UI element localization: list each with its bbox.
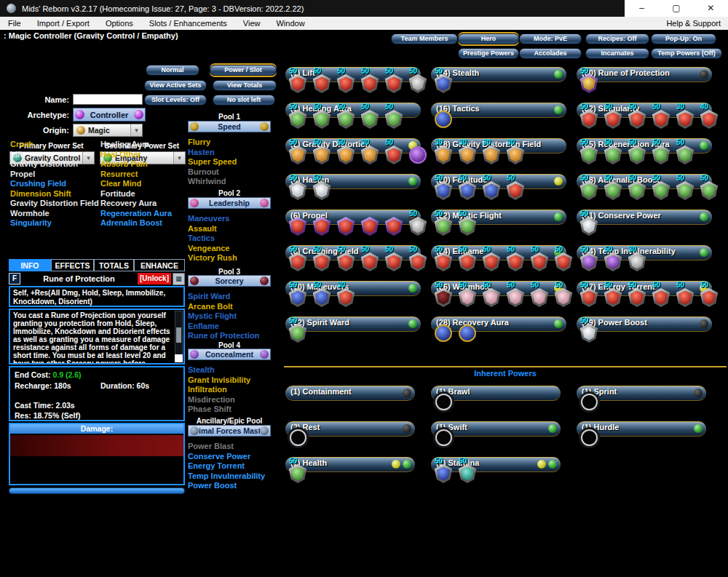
enhancement-slot[interactable]: 50 bbox=[628, 181, 646, 200]
enhancement-slot[interactable]: 50 bbox=[579, 288, 598, 307]
enhancement-slot[interactable]: 50 bbox=[530, 252, 549, 271]
enhancement-slot[interactable]: 50 bbox=[384, 74, 403, 93]
enhancement-slot[interactable]: 50 bbox=[579, 252, 598, 271]
power-bar-20-fortitude[interactable]: (20) Fortitude50505050 bbox=[431, 174, 566, 189]
pool-power-super-speed[interactable]: Super Speed bbox=[188, 157, 237, 166]
enhancement-slot[interactable]: 50 bbox=[288, 146, 307, 164]
power-list-item-crushing-field[interactable]: Crushing Field bbox=[10, 179, 66, 188]
enhancement-slot[interactable]: 50 bbox=[628, 110, 646, 129]
enhancement-slot[interactable]: 50 bbox=[604, 288, 622, 307]
enhancement-slot[interactable]: 50 bbox=[604, 252, 622, 271]
enhancement-slot[interactable]: 50 bbox=[700, 288, 719, 307]
power-list-item-gravity-distortion[interactable]: Gravity Distortion bbox=[10, 159, 78, 168]
enhancement-slot[interactable] bbox=[434, 393, 453, 412]
enhancement-slot[interactable]: 30 bbox=[434, 146, 453, 164]
enhancement-slot[interactable]: 50 bbox=[408, 252, 427, 271]
enhancement-slot[interactable]: 50 bbox=[482, 288, 501, 307]
top-button-mode-pve[interactable]: Mode: PvE bbox=[519, 33, 582, 44]
power-list-item-clear-mind[interactable]: Clear Mind bbox=[100, 179, 141, 188]
enhancement-slot[interactable]: 50 bbox=[652, 146, 670, 164]
menu-item-view[interactable]: View bbox=[235, 19, 269, 28]
power-bar-1-healing-aura[interactable]: (1) Healing Aura5050505050 bbox=[285, 103, 421, 118]
pool-power-hasten[interactable]: Hasten bbox=[188, 148, 215, 156]
power-bar-1-lift[interactable]: (1) Lift505050505050 bbox=[285, 67, 421, 82]
pool-power-misdirection[interactable]: Misdirection bbox=[188, 395, 235, 404]
enhancement-slot[interactable]: 50 bbox=[360, 252, 379, 271]
enhancement-slot[interactable]: 50 bbox=[628, 288, 646, 307]
menu-item-file[interactable]: File bbox=[0, 19, 29, 28]
enhancement-slot[interactable]: 50 bbox=[434, 288, 453, 307]
enhancement-slot[interactable]: 50 bbox=[312, 146, 331, 164]
enhancement-slot[interactable]: 40 bbox=[700, 110, 719, 129]
power-bar-4-hasten[interactable]: (4) Hasten5050 bbox=[285, 174, 421, 189]
unlock-button[interactable]: [Unlock] bbox=[138, 273, 171, 284]
power-bar-1-containment[interactable]: (1) Containment bbox=[285, 386, 415, 401]
pool-power-enflame[interactable]: Enflame bbox=[188, 322, 219, 330]
enhancement-slot[interactable]: 50 bbox=[506, 181, 525, 200]
enhancement-slot[interactable]: 30 bbox=[458, 146, 477, 164]
enhancement-slot[interactable]: 50 bbox=[434, 74, 453, 93]
tab-enhance[interactable]: ENHANCE bbox=[134, 259, 185, 271]
pool-power-rune-of-protection[interactable]: Rune of Protection bbox=[188, 331, 259, 340]
pool-power-temp-invulnerability[interactable]: Temp Invulnerability bbox=[188, 471, 265, 480]
pool-power-stealth[interactable]: Stealth bbox=[188, 365, 215, 374]
enhancement-slot[interactable]: 50 bbox=[336, 252, 355, 271]
pool-power-power-blast[interactable]: Power Blast bbox=[188, 442, 234, 450]
enhancement-slot[interactable]: 50 bbox=[652, 110, 670, 129]
power-bar-1-brawl[interactable]: (1) Brawl bbox=[431, 386, 561, 401]
pool-power-spirit-ward[interactable]: Spirit Ward bbox=[188, 292, 230, 301]
top-button-team-members[interactable]: Team Members bbox=[391, 33, 458, 44]
tab-totals[interactable]: TOTALS bbox=[94, 259, 134, 271]
pool-power-mystic-flight[interactable]: Mystic Flight bbox=[188, 311, 237, 320]
menu-item-slots-enhancements[interactable]: Slots / Enhancements bbox=[141, 19, 235, 28]
enhancement-slot[interactable] bbox=[360, 217, 379, 236]
enhancement-slot[interactable]: 50 bbox=[408, 217, 427, 236]
close-button[interactable]: ✕ bbox=[694, 0, 728, 17]
enhancement-slot[interactable] bbox=[434, 324, 453, 343]
maximize-button[interactable]: ▢ bbox=[659, 0, 693, 17]
power-bar-1-sprint[interactable]: (1) Sprint bbox=[577, 386, 706, 401]
power-list-item-propel[interactable]: Propel bbox=[10, 170, 35, 178]
pool-header-sorcery[interactable]: Sorcery bbox=[188, 275, 271, 287]
enhancement-slot[interactable]: 50 bbox=[604, 181, 622, 200]
enhancement-slot[interactable]: 50 bbox=[288, 288, 307, 307]
view-button-slot-levels-off[interactable]: Slot Levels: Off bbox=[144, 95, 207, 106]
power-list-item-crush[interactable]: Crush bbox=[10, 140, 33, 148]
enhancement-slot[interactable]: 50 bbox=[506, 252, 525, 271]
pool-power-grant-invisibility[interactable]: Grant Invisibility bbox=[188, 375, 250, 384]
power-bar-16-tactics[interactable]: (16) Tactics bbox=[431, 103, 566, 118]
view-button-view-active-sets[interactable]: View Active Sets bbox=[144, 80, 207, 91]
pool-power-arcane-bolt[interactable]: Arcane Bolt bbox=[188, 302, 233, 311]
enhancement-slot[interactable]: 50 bbox=[458, 181, 477, 200]
enhancement-slot[interactable]: 50 bbox=[676, 288, 695, 307]
pool-power-flurry[interactable]: Flurry bbox=[188, 138, 210, 146]
enhancement-slot[interactable]: 30 bbox=[360, 146, 379, 164]
enhancement-slot[interactable]: 50 bbox=[336, 146, 355, 164]
enhancement-slot[interactable]: 50 bbox=[579, 181, 598, 200]
enhancement-slot[interactable]: 50 bbox=[506, 288, 525, 307]
top-button-prestige-powers[interactable]: Prestige Powers bbox=[458, 48, 519, 59]
power-bar-1-swift[interactable]: (1) Swift bbox=[431, 421, 561, 437]
enhancement-slot[interactable]: 50 bbox=[288, 110, 307, 129]
power-bar-35-regeneration-aura[interactable]: (35) Regeneration Aura5050505050 bbox=[577, 138, 712, 154]
enhancement-slot[interactable]: 50 bbox=[288, 181, 307, 200]
power-bar-1-health[interactable]: (1) Health50 bbox=[285, 457, 415, 472]
enhancement-slot[interactable] bbox=[579, 393, 598, 412]
power-list-item-resurrect[interactable]: Resurrect bbox=[100, 170, 138, 178]
description-scrollbar[interactable] bbox=[175, 311, 183, 362]
power-list-item-fortitude[interactable]: Fortitude bbox=[100, 189, 135, 198]
enhancement-slot[interactable]: 50 bbox=[458, 464, 477, 483]
enhancement-slot[interactable]: 30 bbox=[628, 252, 646, 271]
enhancement-slot[interactable]: 50 bbox=[312, 181, 331, 200]
enhancement-slot[interactable]: 50 bbox=[336, 110, 355, 129]
enhancement-slot[interactable]: 50 bbox=[434, 181, 453, 200]
power-list-item-regeneration-aura[interactable]: Regeneration Aura bbox=[100, 209, 172, 218]
power-bar-22-mystic-flight[interactable]: (22) Mystic Flight5050 bbox=[431, 210, 566, 225]
pool-power-vengeance[interactable]: Vengeance bbox=[188, 244, 229, 252]
enhancement-slot[interactable]: 50 bbox=[579, 110, 598, 129]
view-button-power-slot[interactable]: Power / Slot bbox=[210, 65, 277, 76]
enhancement-slot[interactable] bbox=[336, 217, 355, 236]
view-button-normal[interactable]: Normal bbox=[146, 65, 199, 76]
graph-icon[interactable]: ▦ bbox=[173, 273, 185, 285]
power-bar-24-enflame[interactable]: (24) Enflame505050505050 bbox=[431, 245, 566, 260]
